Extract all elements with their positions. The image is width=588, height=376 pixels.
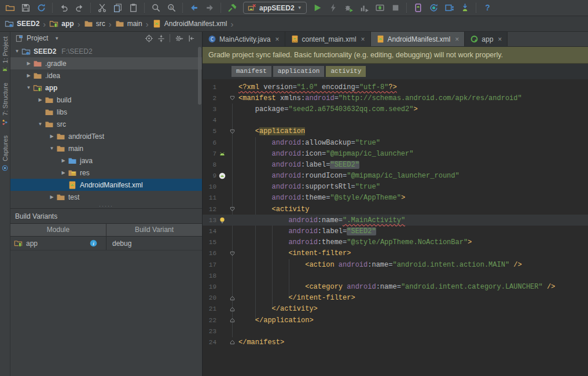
breadcrumb-item-app[interactable]: app	[48, 19, 75, 28]
tree-item-idea[interactable]: ▶.idea	[10, 69, 202, 82]
chevron-down-icon[interactable]: ▼	[54, 36, 59, 41]
code-line-21[interactable]: 21 </activity>	[203, 304, 588, 315]
tree-item-androidtest[interactable]: ▶androidTest	[10, 130, 202, 142]
column-header-module[interactable]: Module	[10, 224, 106, 236]
tree-item-build[interactable]: ▶build	[10, 94, 202, 106]
stop-icon[interactable]	[388, 1, 403, 15]
redo-icon[interactable]	[72, 1, 87, 15]
code-line-2[interactable]: 2<manifest xmlns:android="http://schemas…	[203, 93, 588, 104]
save-all-icon[interactable]	[18, 1, 34, 15]
help-icon[interactable]: ?	[480, 1, 495, 15]
locate-icon[interactable]	[145, 34, 153, 43]
code-line-10[interactable]: 10 android:supportsRtl="true"	[203, 182, 588, 193]
module-cell[interactable]: appi	[10, 237, 106, 250]
fold-open-icon[interactable]	[228, 129, 236, 134]
code-line-22[interactable]: 22 </application>	[203, 315, 588, 326]
tree-expand-arrow-icon[interactable]: ▼	[13, 49, 21, 54]
debug-icon[interactable]	[341, 1, 357, 15]
code-editor[interactable]: 1<?xml version="1.0" encoding="utf-8"?>2…	[203, 79, 588, 376]
fold-close-icon[interactable]	[228, 296, 236, 301]
variant-cell[interactable]: debug	[106, 239, 202, 248]
chip-activity[interactable]: activity	[326, 66, 366, 77]
tree-item-libs[interactable]: libs	[10, 106, 202, 118]
tree-item-java[interactable]: ▶java	[10, 154, 202, 167]
tab-close-icon[interactable]: ×	[455, 35, 459, 43]
breadcrumb-item-src[interactable]: src	[83, 19, 106, 28]
tree-collapse-arrow-icon[interactable]: ▶	[24, 73, 33, 78]
copy-icon[interactable]	[110, 1, 126, 15]
tab-close-icon[interactable]: ×	[498, 35, 502, 43]
fold-open-icon[interactable]	[228, 95, 236, 101]
build-hammer-icon[interactable]	[225, 1, 240, 15]
device-file-explorer-icon[interactable]	[457, 1, 473, 15]
code-line-12[interactable]: 12 <activity	[203, 204, 588, 215]
instant-run-icon[interactable]	[325, 1, 341, 15]
tree-collapse-arrow-icon[interactable]: ▶	[59, 170, 68, 175]
code-line-9[interactable]: 9 android:roundIcon="@mipmap/ic_launcher…	[203, 171, 588, 182]
run-configuration-select[interactable]: appSEED2▼	[243, 2, 307, 14]
sdk-manager-icon[interactable]	[442, 1, 457, 15]
gradle-sync-icon[interactable]	[426, 1, 442, 15]
tree-expand-arrow-icon[interactable]: ▼	[36, 121, 45, 127]
back-icon[interactable]	[186, 1, 202, 15]
column-header-build-variant[interactable]: Build Variant	[106, 224, 202, 236]
code-line-7[interactable]: 7 android:icon="@mipmap/ic_launcher"	[203, 148, 588, 159]
tree-collapse-arrow-icon[interactable]: ▶	[47, 134, 56, 139]
tree-item-androidmanifest-xml[interactable]: AndroidManifest.xml	[10, 179, 202, 191]
fold-close-icon[interactable]	[228, 318, 236, 323]
tree-collapse-arrow-icon[interactable]: ▶	[24, 61, 33, 66]
code-line-14[interactable]: 14 android:label="SEED2"	[203, 226, 588, 237]
android-round-icon[interactable]	[216, 172, 228, 180]
tree-item-gradle[interactable]: ▶.gradle	[10, 57, 202, 69]
build-variant-row[interactable]: appidebug	[10, 237, 202, 250]
tab-app[interactable]: app×	[465, 32, 508, 46]
tree-collapse-arrow-icon[interactable]: ▶	[59, 158, 68, 163]
fold-close-icon[interactable]	[228, 340, 236, 345]
replace-icon[interactable]: a	[164, 1, 179, 15]
fold-open-icon[interactable]	[228, 207, 236, 212]
tool-window-button-1-project[interactable]: 1: Project	[1, 36, 9, 73]
sync-refresh-icon[interactable]	[34, 1, 49, 15]
breadcrumb-item-main[interactable]: main	[114, 19, 144, 28]
code-line-15[interactable]: 15 android:theme="@style/AppTheme.NoActi…	[203, 237, 588, 248]
fold-close-icon[interactable]	[228, 307, 236, 312]
settings-gear-icon[interactable]	[175, 34, 183, 43]
breadcrumb-item-seed2[interactable]: SEED2	[3, 19, 41, 28]
code-line-16[interactable]: 16 <intent-filter>	[203, 248, 588, 259]
open-folder-icon[interactable]	[2, 1, 18, 15]
code-line-3[interactable]: 3 package="seed2.a675403632qq.com.seed2"…	[203, 104, 588, 115]
tree-collapse-arrow-icon[interactable]: ▶	[36, 97, 45, 102]
tab-close-icon[interactable]: ×	[361, 35, 365, 43]
undo-icon[interactable]	[56, 1, 72, 15]
collapse-all-icon[interactable]	[157, 34, 166, 43]
tree-item-app[interactable]: ▼app	[10, 82, 202, 94]
code-line-24[interactable]: 24</manifest>	[203, 337, 588, 348]
tool-window-button-7-structure[interactable]: 7: Structure	[1, 83, 9, 126]
code-line-20[interactable]: 20 </intent-filter>	[203, 293, 588, 304]
code-line-17[interactable]: 17 <action android:name="android.intent.…	[203, 259, 588, 270]
tree-expand-arrow-icon[interactable]: ▼	[24, 85, 33, 90]
chip-application[interactable]: application	[273, 66, 325, 77]
paste-icon[interactable]	[126, 1, 141, 15]
chip-manifest[interactable]: manifest	[231, 66, 271, 77]
hide-panel-icon[interactable]	[187, 34, 196, 43]
forward-icon[interactable]	[202, 1, 218, 15]
code-line-19[interactable]: 19 <category android:name="android.inten…	[203, 281, 588, 292]
code-line-13[interactable]: 13 android:name=".MainActivity"	[203, 215, 588, 226]
tab-androidmanifest-xml[interactable]: AndroidManifest.xml×	[371, 32, 465, 46]
tree-item-res[interactable]: ▶res	[10, 167, 202, 179]
avd-manager-icon[interactable]	[410, 1, 426, 15]
tree-scrollbar[interactable]	[198, 47, 201, 105]
tree-item-seed2[interactable]: ▼SEED2F:\SEED2	[10, 45, 202, 57]
tree-item-test[interactable]: ▶test	[10, 191, 202, 203]
android-head-icon[interactable]	[216, 150, 228, 158]
code-line-6[interactable]: 6 android:allowBackup="true"	[203, 137, 588, 148]
code-line-5[interactable]: 5 <application	[203, 126, 588, 137]
find-icon[interactable]	[148, 1, 164, 15]
code-line-8[interactable]: 8 android:label="SEED2"	[203, 159, 588, 170]
tree-item-main[interactable]: ▼main	[10, 142, 202, 154]
profile-icon[interactable]	[357, 1, 372, 15]
cut-icon[interactable]	[94, 1, 110, 15]
code-line-4[interactable]: 4	[203, 115, 588, 126]
code-line-1[interactable]: 1<?xml version="1.0" encoding="utf-8"?>	[203, 82, 588, 93]
